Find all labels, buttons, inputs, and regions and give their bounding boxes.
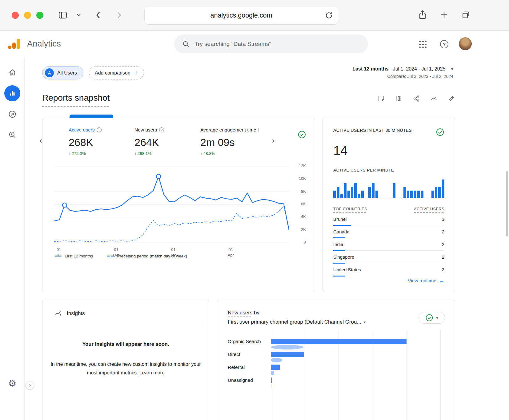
search-bar[interactable]: [174, 34, 368, 53]
sidebar-item-advertising[interactable]: [0, 127, 24, 144]
metric-label: Average engagement time |: [200, 127, 259, 133]
previous-metrics-chevron[interactable]: ‹: [39, 136, 42, 145]
minute-bar: [368, 187, 371, 198]
series-current-period: [54, 176, 289, 230]
brand-name: Analytics: [27, 39, 61, 49]
search-input[interactable]: [194, 41, 360, 47]
add-comparison-chip[interactable]: Add comparison +: [89, 66, 144, 79]
minute-bar-slot: [393, 183, 395, 198]
up-arrow-icon: ↑: [200, 151, 202, 156]
settings-gear-icon[interactable]: ⚙: [0, 378, 25, 389]
next-metrics-chevron[interactable]: ›: [272, 136, 275, 145]
minute-bar-slot: [438, 187, 441, 198]
dimension-dropdown[interactable]: First user primary channel group (Defaul…: [228, 319, 366, 325]
comparison-icon[interactable]: [395, 95, 403, 102]
logo-dot: [8, 46, 11, 49]
sidebar-item-reports[interactable]: [0, 85, 24, 102]
expand-nav-button[interactable]: ›: [26, 381, 34, 390]
insights-headline: Your Insights will appear here soon.: [50, 341, 202, 347]
all-users-chip[interactable]: A All Users: [42, 66, 83, 79]
google-analytics-logo[interactable]: [8, 38, 20, 49]
forward-button[interactable]: [114, 10, 124, 21]
add-comparison-label: Add comparison: [95, 70, 130, 76]
minimize-window-button[interactable]: [24, 12, 31, 19]
info-icon: ?: [97, 127, 102, 132]
minute-bar-slot: [431, 191, 434, 198]
metric-engagement-time[interactable]: Average engagement time | 2m 09s ↑ 48.3%: [200, 127, 274, 156]
share-icon[interactable]: [418, 9, 427, 22]
insights-description: In the meantime, you can create new cust…: [50, 360, 202, 377]
minute-bar: [340, 194, 343, 198]
minute-bar-slot: [347, 191, 350, 198]
report-actions: [378, 93, 455, 102]
minute-bar: [410, 191, 413, 198]
insights-icon: [54, 309, 62, 317]
data-quality-check-icon[interactable]: [298, 130, 306, 139]
channel-row: Unassigned: [228, 378, 444, 388]
insights-sparkle-icon[interactable]: [430, 95, 438, 102]
sidebar-item-home[interactable]: [0, 64, 24, 81]
page-scrollbar-thumb[interactable]: [506, 171, 508, 236]
country-bar: [333, 276, 345, 277]
previous-period-bar: [271, 358, 282, 362]
channel-label: Organic Search: [228, 339, 271, 344]
country-row: Brunei 3: [333, 213, 444, 225]
help-icon[interactable]: ?: [440, 40, 448, 48]
realtime-card: ACTIVE USERS IN LAST 30 MINUTES 14 ACTIV…: [323, 118, 455, 292]
sidebar-item-explore[interactable]: [0, 106, 24, 123]
minute-bar: [407, 191, 409, 198]
minute-bar-slot: [368, 187, 371, 198]
page-title: Reports snapshot: [42, 93, 110, 103]
minute-bar: [438, 187, 441, 198]
channel-bars: [271, 352, 440, 362]
edit-pencil-icon[interactable]: [448, 95, 455, 102]
metric-new-users[interactable]: New users ? 264K ↑ 268.1%: [134, 127, 200, 156]
minute-bar-slot: [421, 191, 423, 198]
sidebar-toggle-icon[interactable]: [57, 10, 68, 21]
close-window-button[interactable]: [12, 12, 19, 19]
metric-label: New users: [134, 127, 157, 133]
metric-label: Active users: [69, 127, 94, 133]
browser-chrome: analytics.google.com: [0, 0, 509, 31]
active-users-30min-value: 14: [333, 143, 444, 158]
view-realtime-link[interactable]: View realtime →: [408, 278, 444, 284]
data-quality-dropdown[interactable]: ▾: [419, 312, 445, 324]
reload-icon[interactable]: [324, 10, 334, 21]
minute-bar-slot: [407, 191, 409, 198]
add-note-icon[interactable]: [378, 95, 385, 102]
active-users-header: ACTIVE USERS: [414, 207, 444, 213]
minute-bar-slot: [435, 187, 437, 198]
minute-bar: [347, 191, 350, 198]
back-button[interactable]: [94, 10, 103, 21]
metric-active-users[interactable]: Active users ? 268K ↑ 272.0%: [69, 127, 134, 156]
metric-delta: ↑ 48.3%: [200, 151, 274, 156]
date-range-selector[interactable]: Last 12 months Jul 1, 2024 - Jul 1, 2025…: [352, 66, 455, 79]
x-axis-label: 01Jan: [170, 247, 177, 258]
minute-bar-slot: [358, 194, 360, 198]
data-quality-check-icon[interactable]: [436, 128, 444, 136]
explore-icon: [8, 110, 17, 119]
minute-bar: [435, 187, 437, 198]
new-tab-icon[interactable]: [439, 10, 449, 21]
minute-bar: [421, 191, 423, 198]
all-users-label: All Users: [57, 70, 77, 76]
minute-bar-slot: [333, 191, 336, 198]
share-report-icon[interactable]: [413, 95, 420, 102]
chevron-down-icon[interactable]: [76, 12, 82, 19]
channel-label: Unassigned: [228, 378, 271, 383]
minute-bar-slot: [354, 183, 357, 198]
window-controls: [12, 12, 43, 19]
learn-more-link[interactable]: Learn more: [139, 370, 165, 375]
avatar[interactable]: [459, 37, 472, 50]
minute-bar: [431, 191, 434, 198]
up-arrow-icon: ↑: [69, 151, 71, 156]
info-icon: ?: [159, 127, 164, 132]
minute-bar: [361, 191, 364, 198]
metric-delta: ↑ 272.0%: [69, 151, 134, 156]
apps-grid-icon[interactable]: [419, 41, 427, 48]
tab-overview-icon[interactable]: [461, 10, 471, 21]
fullscreen-window-button[interactable]: [36, 12, 43, 19]
minute-bar-slot: [410, 191, 413, 198]
url-bar[interactable]: analytics.google.com: [145, 6, 338, 24]
minute-bar-slot: [344, 183, 346, 198]
